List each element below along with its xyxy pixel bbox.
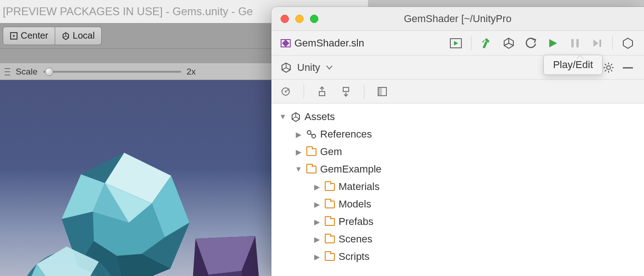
scale-slider[interactable]	[43, 71, 181, 73]
rider-window-title: GemShader [~/UnityPro	[404, 13, 512, 25]
svg-rect-28	[599, 40, 601, 47]
handle-local-button[interactable]: Local	[55, 27, 102, 45]
traffic-lights	[271, 15, 328, 23]
refresh-icon[interactable]	[524, 36, 538, 50]
tree-item-materials[interactable]: ▶ Materials	[274, 178, 641, 196]
minimize-panel-icon[interactable]	[621, 61, 635, 75]
references-icon	[306, 130, 316, 139]
scale-label: Scale	[16, 67, 38, 77]
tree-label: References	[320, 128, 372, 140]
chevron-right-icon[interactable]: ▶	[313, 253, 321, 261]
gem-purple	[186, 234, 264, 276]
tree-label: Gem	[320, 146, 342, 158]
svg-line-34	[605, 64, 606, 65]
pivot-label: Center	[21, 30, 48, 41]
tooltip-text: Play/Edit	[553, 59, 593, 70]
chevron-down-icon[interactable]	[326, 65, 333, 70]
handle-label: Local	[73, 30, 95, 41]
tree-item-prefabs[interactable]: ▶ Prefabs	[274, 213, 641, 230]
tree-item-gem[interactable]: ▶ Gem	[274, 143, 641, 161]
minimize-window-button[interactable]	[295, 15, 304, 23]
svg-point-45	[307, 131, 311, 134]
tree-root-assets[interactable]: ▼ Assets	[274, 108, 641, 126]
chevron-down-icon[interactable]: ▼	[294, 165, 303, 173]
chevron-right-icon[interactable]: ▶	[313, 218, 321, 226]
close-window-button[interactable]	[281, 15, 289, 23]
tree-label: Prefabs	[339, 216, 374, 228]
svg-rect-41	[319, 92, 325, 96]
unity-cube-icon[interactable]	[621, 36, 635, 50]
svg-rect-44	[378, 87, 382, 96]
tree-item-scenes[interactable]: ▶ Scenes	[274, 230, 641, 248]
tree-label: Scenes	[339, 233, 372, 245]
svg-line-35	[611, 70, 612, 71]
svg-point-40	[285, 91, 287, 92]
svg-line-36	[605, 70, 606, 71]
locate-icon[interactable]	[279, 85, 293, 98]
separator	[364, 85, 364, 98]
svg-rect-27	[576, 39, 579, 47]
folder-icon	[306, 166, 316, 173]
gem-cyan-low	[9, 241, 124, 276]
folder-icon	[306, 148, 316, 156]
svg-rect-26	[571, 39, 574, 47]
rider-window: GemShader [~/UnityPro GemShader.sln	[271, 7, 644, 276]
chevron-right-icon[interactable]: ▶	[294, 148, 303, 156]
unity-cube-icon	[291, 112, 301, 122]
collapse-all-icon[interactable]	[339, 85, 353, 98]
drag-handle-icon[interactable]	[5, 65, 10, 78]
scale-value: 2x	[187, 67, 196, 77]
local-icon	[62, 32, 70, 40]
tree-item-models[interactable]: ▶ Models	[274, 196, 641, 213]
solution-name: GemShader.sln	[294, 37, 364, 49]
solution-tree[interactable]: ▼ Assets ▶ References ▶ Gem ▼ GemExample…	[271, 104, 644, 276]
play-edit-button[interactable]	[546, 36, 560, 50]
tree-label: Materials	[339, 181, 380, 193]
toolbar-separator	[471, 36, 472, 50]
svg-rect-38	[623, 67, 633, 69]
tree-label: GemExample	[320, 163, 381, 175]
run-config-icon[interactable]	[449, 36, 463, 50]
tree-label: Scripts	[339, 251, 369, 263]
svg-marker-16	[37, 247, 99, 276]
unity-context-icon	[281, 62, 292, 73]
slider-knob[interactable]	[45, 68, 53, 76]
solution-icon	[281, 38, 291, 48]
expand-all-icon[interactable]	[315, 85, 329, 98]
separator	[304, 85, 304, 98]
folder-icon	[325, 236, 335, 243]
build-hammer-icon[interactable]	[480, 36, 494, 50]
tree-item-references[interactable]: ▶ References	[274, 126, 641, 143]
chevron-right-icon[interactable]: ▶	[313, 183, 321, 191]
folder-icon	[325, 183, 335, 191]
attach-unity-icon[interactable]	[502, 36, 516, 50]
svg-rect-25	[483, 41, 488, 48]
folder-icon	[325, 218, 335, 226]
svg-point-29	[607, 66, 610, 69]
explorer-toolbar	[271, 80, 644, 104]
svg-point-1	[13, 35, 15, 37]
tree-item-scripts[interactable]: ▶ Scripts	[274, 248, 641, 265]
tree-item-gemexample[interactable]: ▼ GemExample	[274, 161, 641, 178]
pivot-center-button[interactable]: Center	[3, 27, 55, 45]
toolbar-separator	[612, 36, 613, 50]
play-edit-tooltip: Play/Edit	[543, 55, 603, 75]
svg-line-47	[310, 134, 312, 135]
tree-label: Models	[339, 198, 371, 210]
show-options-icon[interactable]	[375, 85, 389, 98]
center-icon	[10, 32, 18, 40]
chevron-right-icon[interactable]: ▶	[313, 235, 321, 244]
context-label[interactable]: Unity	[297, 62, 320, 74]
zoom-window-button[interactable]	[310, 15, 318, 23]
tree-label: Assets	[305, 111, 335, 123]
rider-titlebar: GemShader [~/UnityPro	[271, 7, 644, 31]
gear-icon[interactable]	[602, 61, 615, 75]
folder-icon	[325, 201, 335, 208]
svg-line-37	[611, 64, 612, 65]
solution-selector[interactable]: GemShader.sln	[281, 37, 364, 49]
chevron-right-icon[interactable]: ▶	[294, 130, 303, 139]
chevron-down-icon[interactable]: ▼	[279, 113, 287, 121]
chevron-right-icon[interactable]: ▶	[313, 200, 321, 209]
svg-rect-42	[343, 87, 349, 92]
step-button-ide	[590, 36, 604, 50]
